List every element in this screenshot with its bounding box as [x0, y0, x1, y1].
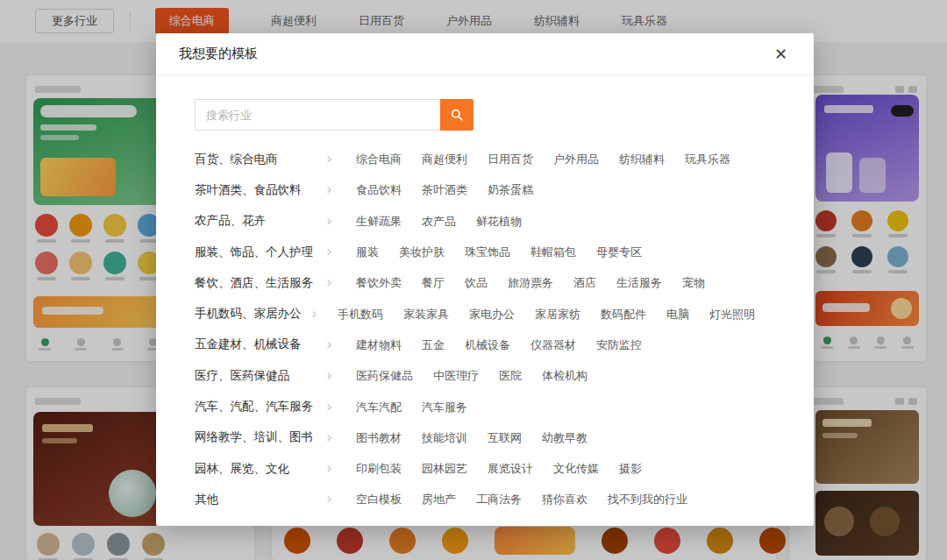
search-input[interactable]	[195, 99, 440, 131]
industry-links: 手机数码家装家具家电办公家居家纺数码配件电脑灯光照明	[338, 306, 775, 323]
industry-link[interactable]: 体检机构	[542, 368, 587, 384]
industry-link[interactable]: 建材物料	[356, 337, 402, 353]
industry-link[interactable]: 生活服务	[616, 275, 662, 291]
industry-link[interactable]: 旅游票务	[508, 275, 553, 291]
chevron-right-icon: ›	[326, 182, 356, 197]
industry-links: 图书教材技能培训互联网幼教早教	[356, 429, 608, 446]
industry-links: 医药保健品中医理疗医院体检机构	[356, 367, 608, 384]
industry-link[interactable]: 珠宝饰品	[465, 245, 510, 260]
industry-link[interactable]: 农产品	[422, 214, 456, 230]
industry-link[interactable]: 房地产	[422, 492, 456, 507]
industry-link[interactable]: 幼教早教	[542, 430, 587, 446]
industry-link[interactable]: 安防监控	[596, 337, 642, 353]
modal-header: 我想要的模板 ✕	[156, 33, 814, 75]
category-row: 五金建材、机械设备 › 建材物料五金机械设备仪器器材安防监控	[195, 330, 775, 360]
category-name[interactable]: 其他	[195, 492, 326, 507]
industry-link[interactable]: 宠物	[682, 275, 705, 291]
category-name[interactable]: 茶叶酒类、食品饮料	[195, 182, 326, 198]
category-name[interactable]: 汽车、汽配、汽车服务	[195, 399, 326, 415]
industry-links: 食品饮料茶叶酒类奶茶蛋糕	[356, 181, 553, 198]
chevron-right-icon: ›	[326, 461, 356, 476]
industry-link[interactable]: 日用百货	[488, 152, 533, 167]
industry-link[interactable]: 电脑	[666, 307, 689, 323]
industry-link[interactable]: 五金	[422, 337, 445, 353]
industry-link[interactable]: 数码配件	[601, 307, 646, 323]
industry-link[interactable]: 医院	[499, 368, 522, 384]
category-row: 医疗、医药保健品 › 医药保健品中医理疗医院体检机构	[195, 360, 775, 391]
industry-link[interactable]: 图书教材	[356, 430, 402, 446]
modal-title: 我想要的模板	[179, 46, 258, 62]
category-name[interactable]: 网络教学、培训、图书	[195, 429, 326, 445]
industry-link[interactable]: 奶茶蛋糕	[488, 182, 533, 198]
chevron-right-icon: ›	[326, 152, 356, 167]
industry-link[interactable]: 互联网	[488, 430, 522, 446]
industry-link[interactable]: 家电办公	[469, 307, 515, 323]
search-icon	[450, 108, 464, 122]
category-row: 其他 › 空白模板房地产工商法务猜你喜欢找不到我的行业	[195, 484, 775, 514]
industry-link[interactable]: 餐饮外卖	[356, 275, 402, 291]
template-picker-modal: 我想要的模板 ✕ 百货、综合电商 › 综合电商商超便利日用百货户外用品纺织辅料玩…	[156, 33, 814, 526]
industry-links: 生鲜蔬果农产品鲜花植物	[356, 213, 542, 230]
industry-link[interactable]: 服装	[356, 245, 379, 260]
modal-body: 百货、综合电商 › 综合电商商超便利日用百货户外用品纺织辅料玩具乐器 茶叶酒类、…	[156, 75, 814, 515]
category-row: 农产品、花卉 › 生鲜蔬果农产品鲜花植物	[195, 206, 775, 237]
category-name[interactable]: 餐饮、酒店、生活服务	[195, 275, 326, 291]
industry-link[interactable]: 找不到我的行业	[608, 492, 687, 507]
industry-links: 服装美妆护肤珠宝饰品鞋帽箱包母婴专区	[356, 244, 662, 260]
industry-link[interactable]: 工商法务	[476, 492, 522, 507]
industry-link[interactable]: 空白模板	[356, 492, 402, 507]
industry-link[interactable]: 美妆护肤	[399, 245, 445, 260]
industry-link[interactable]: 酒店	[573, 275, 596, 291]
industry-search	[195, 99, 775, 131]
industry-link[interactable]: 技能培训	[422, 430, 467, 446]
industry-link[interactable]: 机械设备	[465, 337, 510, 353]
industry-link[interactable]: 饮品	[465, 275, 488, 291]
category-name[interactable]: 五金建材、机械设备	[195, 337, 326, 352]
industry-link[interactable]: 纺织辅料	[619, 152, 665, 167]
industry-link[interactable]: 商超便利	[422, 152, 467, 167]
category-list: 百货、综合电商 › 综合电商商超便利日用百货户外用品纺织辅料玩具乐器 茶叶酒类、…	[195, 144, 775, 515]
industry-links: 餐饮外卖餐厅饮品旅游票务酒店生活服务宠物	[356, 274, 725, 291]
industry-link[interactable]: 玩具乐器	[685, 152, 730, 167]
industry-link[interactable]: 文化传媒	[553, 461, 599, 477]
industry-link[interactable]: 食品饮料	[356, 182, 402, 198]
industry-link[interactable]: 园林园艺	[422, 461, 467, 477]
industry-link[interactable]: 灯光照明	[709, 307, 755, 323]
industry-link[interactable]: 鲜花植物	[476, 214, 522, 230]
industry-link[interactable]: 汽车服务	[422, 400, 467, 415]
chevron-right-icon: ›	[326, 492, 356, 507]
industry-link[interactable]: 中医理疗	[433, 368, 479, 384]
industry-link[interactable]: 茶叶酒类	[422, 182, 467, 198]
industry-link[interactable]: 鞋帽箱包	[530, 245, 576, 260]
industry-link[interactable]: 仪器器材	[530, 337, 576, 353]
industry-link[interactable]: 摄影	[619, 461, 642, 477]
category-row: 餐饮、酒店、生活服务 › 餐饮外卖餐厅饮品旅游票务酒店生活服务宠物	[195, 267, 775, 298]
industry-link[interactable]: 母婴专区	[596, 245, 642, 260]
industry-link[interactable]: 户外用品	[553, 152, 599, 167]
chevron-right-icon: ›	[326, 245, 356, 259]
category-name[interactable]: 农产品、花卉	[195, 213, 326, 229]
industry-link[interactable]: 餐厅	[422, 275, 445, 291]
category-name[interactable]: 医疗、医药保健品	[195, 368, 326, 384]
search-button[interactable]	[440, 99, 474, 131]
category-name[interactable]: 服装、饰品、个人护理	[195, 245, 326, 260]
category-name[interactable]: 手机数码、家居办公	[195, 306, 311, 322]
industry-link[interactable]: 汽车汽配	[356, 400, 402, 415]
category-name[interactable]: 园林、展览、文化	[195, 461, 326, 477]
industry-link[interactable]: 印刷包装	[356, 461, 402, 477]
industry-link[interactable]: 手机数码	[338, 307, 383, 323]
industry-link[interactable]: 猜你喜欢	[542, 492, 587, 507]
category-row: 网络教学、培训、图书 › 图书教材技能培训互联网幼教早教	[195, 422, 775, 453]
chevron-right-icon: ›	[326, 430, 356, 445]
close-icon[interactable]: ✕	[771, 43, 791, 66]
category-row: 百货、综合电商 › 综合电商商超便利日用百货户外用品纺织辅料玩具乐器	[195, 144, 775, 174]
industry-link[interactable]: 家居家纺	[535, 307, 580, 323]
industry-link[interactable]: 综合电商	[356, 152, 402, 167]
industry-link[interactable]: 家装家具	[403, 307, 449, 323]
industry-links: 综合电商商超便利日用百货户外用品纺织辅料玩具乐器	[356, 151, 751, 167]
industry-link[interactable]: 医药保健品	[356, 368, 413, 384]
industry-links: 印刷包装园林园艺展览设计文化传媒摄影	[356, 460, 662, 477]
industry-link[interactable]: 生鲜蔬果	[356, 214, 402, 230]
industry-link[interactable]: 展览设计	[488, 461, 533, 477]
category-name[interactable]: 百货、综合电商	[195, 152, 326, 167]
